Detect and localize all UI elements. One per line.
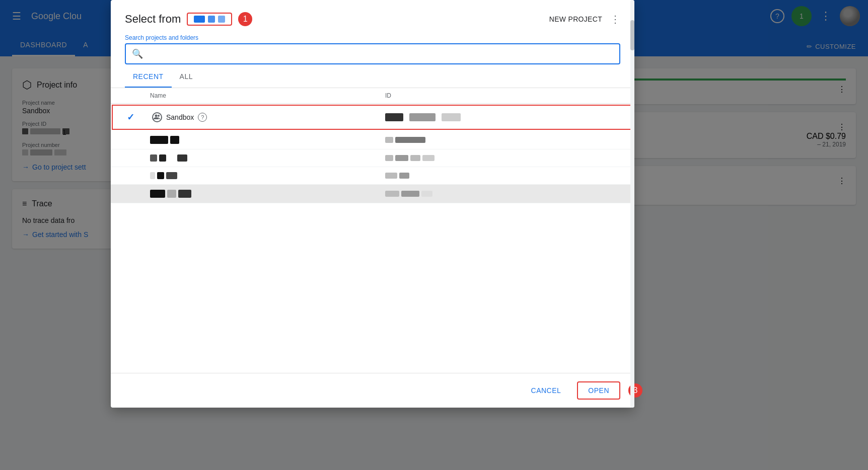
modal-more-icon[interactable]: ⋮ (610, 13, 620, 25)
id-block-3 (442, 113, 461, 121)
search-icon: 🔍 (132, 48, 143, 59)
sandbox-name-text: Sandbox (166, 113, 194, 121)
table-row-sandbox[interactable]: ✓ Sandbox ? 2 (112, 105, 633, 130)
select-project-modal: Select from 1 NEW PROJECT ⋮ Search proje… (111, 0, 634, 408)
modal-header-right: NEW PROJECT ⋮ (549, 13, 620, 25)
table-header: Name ID (111, 88, 634, 104)
scrollbar-thumb[interactable] (630, 20, 634, 50)
cancel-button[interactable]: CANCEL (523, 382, 569, 399)
open-button[interactable]: OPEN (577, 381, 620, 400)
modal-footer: CANCEL OPEN 3 (111, 373, 634, 408)
search-label: Search projects and folders (125, 34, 620, 41)
new-project-button[interactable]: NEW PROJECT (549, 15, 602, 23)
select-from-text: Select from (125, 13, 181, 26)
id-block-1 (385, 113, 403, 121)
row2-id-cell (385, 137, 620, 143)
sandbox-name-cell: Sandbox ? (152, 112, 385, 122)
row5-id-cell (385, 191, 620, 197)
tab-all[interactable]: ALL (172, 72, 201, 88)
svg-point-0 (155, 115, 158, 117)
header-check (125, 92, 150, 99)
row3-name-cell (150, 154, 385, 162)
modal-search-area: Search projects and folders 🔍 (111, 34, 634, 64)
header-id: ID (385, 92, 620, 99)
table-row-2[interactable] (111, 131, 634, 149)
header-name: Name (150, 92, 385, 99)
svg-point-1 (158, 115, 160, 117)
table-row-4[interactable] (111, 167, 634, 185)
row5-name-cell (150, 190, 385, 198)
chip-block-1 (194, 16, 205, 23)
modal-table: Name ID ✓ Sandbox ? 2 (111, 88, 634, 373)
tab-recent[interactable]: RECENT (125, 72, 172, 88)
id-block-2 (409, 113, 436, 121)
chip-block-2 (208, 16, 215, 23)
sandbox-id-cell (385, 113, 618, 121)
row2-name-cell (150, 136, 385, 144)
modal-header: Select from 1 NEW PROJECT ⋮ (111, 0, 634, 34)
project-people-icon (152, 112, 162, 122)
check-mark-icon: ✓ (127, 112, 134, 123)
row4-name-cell (150, 172, 385, 179)
row4-id-cell (385, 173, 620, 179)
search-input-wrapper: 🔍 (125, 43, 620, 64)
modal-scrollbar[interactable] (630, 0, 634, 408)
selected-project-chip[interactable] (187, 13, 232, 26)
chip-block-3 (218, 16, 225, 23)
sandbox-check-cell: ✓ (127, 112, 152, 123)
footer-button-wrapper: CANCEL OPEN 3 (523, 381, 620, 400)
table-row-5[interactable] (111, 185, 634, 203)
modal-tabs: RECENT ALL (111, 64, 634, 88)
search-input[interactable] (148, 50, 613, 58)
modal-title: Select from 1 (125, 12, 252, 26)
table-row-3[interactable] (111, 149, 634, 167)
sandbox-help-icon[interactable]: ? (198, 113, 207, 122)
step-1-badge: 1 (238, 12, 252, 26)
row3-id-cell (385, 155, 620, 161)
